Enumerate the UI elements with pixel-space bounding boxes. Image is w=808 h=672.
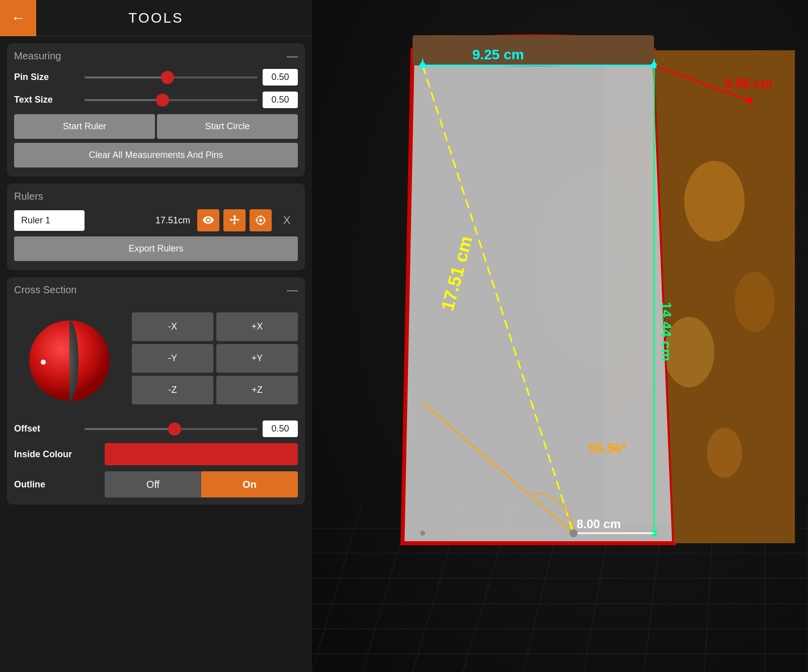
measurement-8-00: 8.00 cm [577,517,621,531]
start-circle-button[interactable]: Start Circle [157,114,298,139]
rulers-title: Rulers [14,191,43,202]
ruler-1-name-input[interactable] [14,210,85,231]
rulers-section: Rulers 17.51cm [7,184,305,270]
plus-x-button[interactable]: +X [216,312,298,341]
text-size-row: Text Size [14,92,298,108]
axis-buttons-grid: -X +X -Y +Y -Z +Z [132,312,298,404]
svg-point-49 [570,529,578,537]
start-ruler-button[interactable]: Start Ruler [14,114,155,139]
measuring-header: Measuring — [14,50,298,62]
clear-all-button[interactable]: Clear All Measurements And Pins [14,143,298,167]
hemisphere-svg [19,308,120,408]
svg-point-9 [41,360,46,365]
eye-icon [203,216,214,224]
pin-size-row: Pin Size [14,69,298,86]
back-arrow-icon: ← [11,10,25,26]
offset-row: Offset [14,421,298,437]
measurement-14-44: 14.44 cm [659,302,674,361]
page-title: TOOLS [36,10,312,26]
measuring-minimize-button[interactable]: — [287,51,298,62]
svg-point-33 [684,161,745,241]
viewport: 9.25 cm 3.55 cm 17.51 cm 14.44 cm 55.56°… [312,0,808,672]
offset-label: Offset [14,424,79,434]
outline-toggle: Off On [105,471,298,497]
minus-z-button[interactable]: -Z [132,376,213,404]
ruler-1-row: 17.51cm X [14,209,298,231]
text-size-slider[interactable] [85,94,258,106]
outline-on-button[interactable]: On [201,471,298,497]
cross-section-body: -X +X -Y +Y -Z +Z [14,303,298,413]
plus-y-button[interactable]: +Y [216,344,298,373]
measuring-section: Measuring — Pin Size Text Size [7,43,305,177]
pin-size-label: Pin Size [14,72,79,82]
outline-label: Outline [14,479,105,490]
outline-row: Outline Off On [14,471,298,497]
text-size-input[interactable] [263,92,298,108]
text-size-label: Text Size [14,95,79,105]
inside-colour-swatch[interactable] [105,443,298,465]
pin-size-slider[interactable] [85,71,258,83]
measurement-3-55: 3.55 cm [724,76,772,91]
svg-point-5 [260,219,262,221]
outline-off-button[interactable]: Off [105,471,201,497]
minus-x-button[interactable]: -X [132,312,213,341]
cross-section-minimize-button[interactable]: — [287,285,298,296]
hemisphere-preview [14,303,125,413]
inside-colour-label: Inside Colour [14,449,105,460]
rulers-header: Rulers [14,191,298,202]
move-icon [229,215,240,226]
ruler-move-button[interactable] [223,209,246,231]
measurement-angle: 55.56° [589,441,626,456]
minus-y-button[interactable]: -Y [132,344,213,373]
svg-point-34 [735,272,775,332]
ruler-target-button[interactable] [250,209,272,231]
svg-point-41 [747,98,753,104]
left-panel: ← TOOLS Measuring — Pin Size Text Size [0,0,312,672]
target-icon [255,215,266,226]
inside-colour-row: Inside Colour [14,443,298,465]
ruler-circle-buttons: Start Ruler Start Circle [14,114,298,139]
cross-section-header: Cross Section — [14,284,298,296]
measuring-title: Measuring [14,50,61,62]
offset-slider[interactable] [85,423,258,435]
back-button[interactable]: ← [0,0,36,36]
ruler-delete-button[interactable]: X [276,209,298,231]
offset-input[interactable] [263,421,298,437]
cross-section-title: Cross Section [14,284,77,296]
svg-point-50 [420,531,425,536]
plus-z-button[interactable]: +Z [216,376,298,404]
ruler-1-measurement: 17.51cm [89,215,193,226]
export-rulers-button[interactable]: Export Rulers [14,236,298,261]
svg-rect-30 [413,35,654,65]
header: ← TOOLS [0,0,312,36]
svg-point-36 [707,428,742,478]
viewport-scene: 9.25 cm 3.55 cm 17.51 cm 14.44 cm 55.56°… [312,0,808,672]
cross-section-section: Cross Section — [7,277,305,505]
measurement-9-25: 9.25 cm [472,47,524,62]
pin-size-input[interactable] [263,69,298,86]
ruler-eye-button[interactable] [197,209,219,231]
